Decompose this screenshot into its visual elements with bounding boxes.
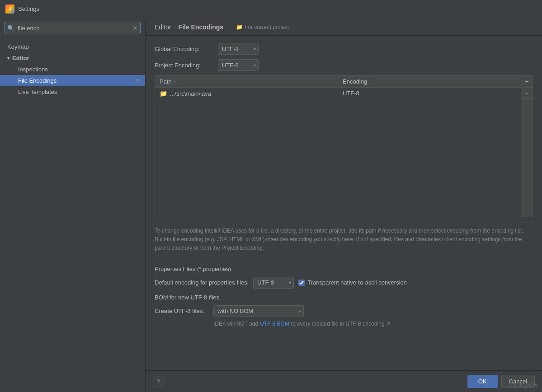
table-header-encoding: Encoding: [338, 76, 521, 87]
table-row[interactable]: 📁 ...\src\main\java UTF-8: [155, 88, 521, 99]
search-wrapper: 🔍 ✕: [5, 22, 141, 34]
watermark: CSDN@炒葱: [509, 382, 538, 388]
app-icon: J: [5, 5, 14, 14]
sidebar-item-live-templates-label: Live Templates: [18, 89, 57, 95]
ok-button[interactable]: OK: [467, 375, 498, 388]
collapse-icon: ▾: [7, 56, 9, 61]
properties-section-title: Properties Files (*.properties): [155, 264, 533, 272]
bottom-bar: ? OK Cancel: [146, 370, 542, 392]
sort-asc-icon: ↑: [174, 79, 176, 84]
encodings-table-wrapper: Path ↑ Encoding 📁 ...\src\main\java: [155, 75, 533, 217]
sidebar-content: Keymap ▾ Editor Inspections ⧉ File Encod…: [0, 38, 145, 392]
bom-link-text: UTF-8 BOM: [260, 321, 289, 327]
table-header: Path ↑ Encoding: [155, 76, 521, 88]
sidebar-item-keymap[interactable]: Keymap: [0, 41, 145, 52]
sidebar-item-keymap-left: Keymap: [7, 43, 29, 50]
bom-link[interactable]: UTF-8 BOM: [260, 321, 289, 327]
sidebar-item-live-templates[interactable]: Live Templates ⧉: [0, 86, 145, 98]
transparent-checkbox[interactable]: [298, 280, 305, 286]
project-encoding-row: Project Encoding: UTF-8 ▾: [155, 59, 533, 71]
project-encoding-label: Project Encoding:: [155, 62, 213, 69]
sidebar: 🔍 ✕ Keymap ▾ Editor Inspections: [0, 18, 146, 392]
global-encoding-select[interactable]: UTF-8: [218, 43, 259, 55]
folder-icon: 📁: [236, 24, 243, 30]
title-bar: J Settings: [0, 0, 542, 18]
table-cell-encoding: UTF-8: [338, 88, 521, 99]
search-clear-button[interactable]: ✕: [132, 24, 138, 32]
bom-create-label: Create UTF-8 files:: [155, 308, 209, 314]
table-cell-path-value: ...\src\main\java: [170, 90, 211, 97]
bom-info-suffix: to every created file in UTF-8 encoding …: [291, 321, 391, 327]
main-container: 🔍 ✕ Keymap ▾ Editor Inspections: [0, 18, 542, 392]
properties-section: Properties Files (*.properties) Default …: [155, 264, 533, 289]
table-cell-encoding-value: UTF-8: [343, 90, 359, 97]
folder-blue-icon: 📁: [160, 90, 167, 97]
sidebar-item-file-encodings[interactable]: File Encodings ⧉: [0, 75, 145, 86]
sidebar-item-editor-label: Editor: [12, 55, 29, 61]
content-header: Editor › File Encodings 📁 For current pr…: [146, 18, 542, 36]
breadcrumb-arrow: ›: [174, 24, 176, 30]
properties-encoding-label: Default encoding for properties files:: [155, 279, 249, 286]
sidebar-item-editor[interactable]: ▾ Editor: [0, 52, 145, 64]
table-empty-area: [155, 99, 521, 217]
sidebar-item-editor-left: ▾ Editor: [7, 55, 29, 61]
bom-select[interactable]: with NO BOM: [213, 305, 304, 317]
sidebar-item-file-encodings-label: File Encodings: [18, 77, 57, 84]
global-encoding-row: Global Encoding: UTF-8 ▾: [155, 43, 533, 55]
table-scrollbar: [521, 99, 533, 217]
table-cell-path: 📁 ...\src\main\java: [155, 88, 338, 99]
for-current-project: 📁 For current project: [236, 24, 289, 30]
transparent-checkbox-label[interactable]: Transparent native-to-ascii conversion: [298, 279, 407, 286]
file-encodings-copy-icon: ⧉: [136, 78, 140, 84]
project-encoding-select-wrapper: UTF-8 ▾: [218, 59, 259, 71]
global-encoding-select-wrapper: UTF-8 ▾: [218, 43, 259, 55]
content-area: Editor › File Encodings 📁 For current pr…: [146, 18, 542, 392]
transparent-label: Transparent native-to-ascii conversion: [307, 279, 407, 286]
description-text: To change encoding IntelliJ IDEA uses fo…: [155, 223, 533, 257]
sidebar-item-keymap-label: Keymap: [7, 43, 29, 50]
table-header-path: Path ↑: [155, 76, 338, 87]
breadcrumb-parent: Editor: [155, 23, 171, 31]
encodings-table: Path ↑ Encoding 📁 ...\src\main\java: [155, 75, 521, 217]
bom-info-prefix: IDEA will NOT add: [213, 321, 258, 327]
project-encoding-select[interactable]: UTF-8: [218, 59, 259, 71]
bom-section: BOM for new UTF-8 files Create UTF-8 fil…: [155, 294, 533, 327]
properties-encoding-select-wrapper: UTF-8 ▾: [253, 277, 294, 289]
sidebar-item-inspections[interactable]: Inspections ⧉: [0, 64, 145, 75]
window-title: Settings: [18, 5, 39, 12]
for-current-project-label: For current project: [245, 24, 289, 30]
table-header-path-label: Path: [160, 78, 172, 85]
help-button[interactable]: ?: [153, 376, 164, 387]
bom-create-row: Create UTF-8 files: with NO BOM ▾: [155, 305, 533, 317]
breadcrumb: Editor › File Encodings: [155, 23, 223, 31]
global-encoding-label: Global Encoding:: [155, 46, 213, 52]
sidebar-item-inspections-label: Inspections: [18, 66, 48, 73]
table-remove-button[interactable]: −: [521, 87, 533, 99]
bom-title: BOM for new UTF-8 files: [155, 294, 533, 301]
bom-select-wrapper: with NO BOM ▾: [213, 305, 304, 317]
content-body: Global Encoding: UTF-8 ▾ Project Encodin…: [146, 36, 542, 370]
table-side-actions: + −: [521, 75, 533, 217]
table-header-encoding-label: Encoding: [343, 78, 367, 85]
help-icon: ?: [156, 378, 160, 385]
bom-info: IDEA will NOT add UTF-8 BOM to every cre…: [213, 321, 533, 327]
search-input[interactable]: [5, 22, 141, 34]
table-add-button[interactable]: +: [521, 75, 533, 87]
properties-encoding-select[interactable]: UTF-8: [253, 277, 294, 289]
search-box-container: 🔍 ✕: [0, 18, 145, 38]
properties-encoding-row: Default encoding for properties files: U…: [155, 277, 533, 289]
search-icon: 🔍: [7, 25, 14, 32]
breadcrumb-current: File Encodings: [179, 23, 224, 31]
